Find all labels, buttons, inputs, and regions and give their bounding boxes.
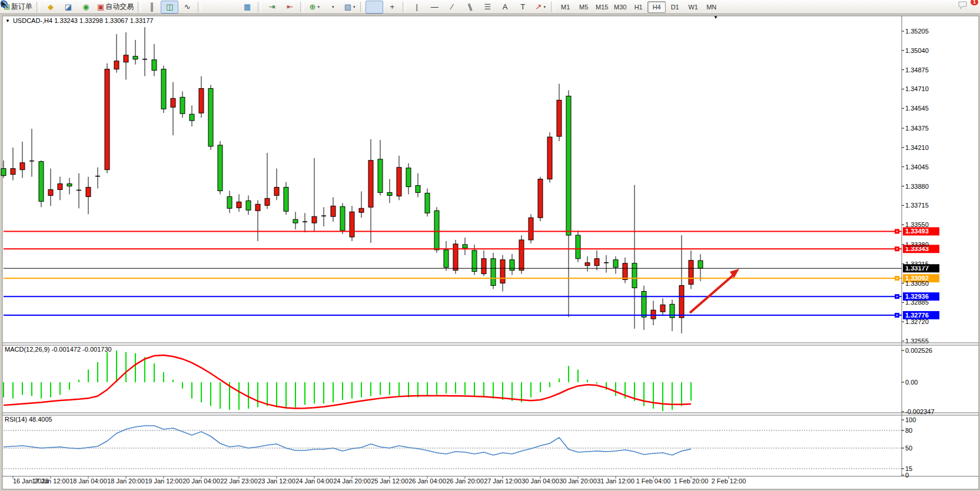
timeframe-m1-button[interactable]: M1 (556, 1, 574, 13)
candle (434, 211, 439, 250)
chevron-down-icon: ▾ (317, 5, 320, 9)
price-axis-label: 1.33550 (905, 221, 929, 228)
candle (463, 245, 467, 248)
timeframe-w1-button[interactable]: W1 (684, 1, 702, 13)
chart-shift-marker[interactable]: ▼ (713, 15, 718, 20)
time-axis-label: 31 Jan 12:00 (597, 477, 634, 485)
candle (86, 187, 91, 196)
tile-windows-icon: ▦ (244, 3, 251, 11)
candle (679, 286, 684, 318)
alerts-button[interactable]: ◉ (77, 1, 95, 14)
indicators-button[interactable]: ⊕▾ (305, 1, 323, 14)
timeframe-m15-button[interactable]: M15 (593, 1, 611, 13)
candle (208, 88, 213, 146)
line-chart-button[interactable]: ∿ (178, 1, 196, 14)
metaeditor-button[interactable]: ◪ (59, 1, 77, 14)
macd-axis-label: -0.002347 (905, 408, 935, 415)
time-axis-label: 18 Jan 04:00 (69, 477, 107, 485)
equidistant-channel-button[interactable]: ∥ (461, 1, 479, 14)
time-axis-label: 1 Feb 20:00 (674, 477, 709, 485)
text-button[interactable]: A (496, 1, 514, 14)
chat-button[interactable]: 1 (958, 1, 975, 14)
zoom-out-button[interactable] (221, 1, 238, 14)
crosshair-button[interactable]: + (383, 1, 401, 14)
price-axis-label: 1.32885 (905, 299, 929, 306)
chevron-down-icon: ▾ (332, 5, 334, 9)
crosshair-icon: + (390, 3, 394, 11)
candle (510, 260, 514, 270)
candle (171, 98, 175, 107)
text-label-button[interactable]: T (514, 1, 531, 14)
cursor-button[interactable] (366, 1, 383, 14)
autotrading-button[interactable]: ▣自动交易 (95, 1, 136, 14)
chart-title: ▼ USDCAD-,H4 1.33243 1.33298 1.33067 1.3… (5, 17, 153, 24)
time-axis-label: 30 Jan 20:00 (559, 477, 597, 485)
rsi-axis-label: 100 (905, 416, 916, 423)
tile-windows-button[interactable]: ▦ (238, 1, 256, 14)
arrows-button[interactable]: ↗▾ (531, 1, 549, 14)
bar-chart-icon: ║ (150, 3, 155, 11)
price-axis-label: 1.32555 (905, 338, 929, 345)
candle (491, 259, 496, 286)
candle (218, 145, 222, 191)
time-axis-label: 24 Jan 20:00 (333, 477, 371, 485)
timeframe-h4-button[interactable]: H4 (647, 1, 666, 13)
zoom-in-button[interactable] (203, 1, 221, 14)
trendline-button[interactable]: ∕ (443, 1, 461, 14)
time-axis-label: 25 Jan 12:00 (371, 477, 408, 485)
templates-button[interactable]: ▧▾ (341, 1, 358, 14)
candle (114, 61, 119, 69)
candle (293, 219, 298, 223)
candle (632, 263, 637, 288)
candle (199, 88, 204, 113)
periods-button[interactable]: ▾ (323, 1, 341, 14)
arrows-icon: ↗ (535, 3, 542, 11)
toolbar-separator (258, 2, 261, 12)
time-axis-label: 19 Jan 12:00 (145, 477, 182, 485)
chart-shift-button[interactable]: ⇤ (281, 1, 298, 14)
search-button[interactable] (935, 1, 953, 14)
timeframe-m5-button[interactable]: M5 (574, 1, 593, 13)
autotrading-icon: ▣ (97, 3, 104, 11)
candle (180, 97, 185, 113)
candle (594, 259, 599, 266)
timeframe-mn-button[interactable]: MN (702, 1, 720, 13)
bar-chart-button[interactable]: ║ (143, 1, 161, 14)
time-axis-label: 20 Jan 04:00 (182, 477, 220, 485)
toolbar: ⊞新订单◆◪◉▣自动交易║◫∿▦⇥⇤⊕▾▾▧▾+|—∕∥☰AT↗▾M1M5M15… (0, 0, 980, 14)
horizontal-line-button[interactable]: — (426, 1, 443, 14)
timeframe-d1-button[interactable]: D1 (666, 1, 684, 13)
candle (152, 60, 157, 71)
time-axis-label: 30 Jan 04:00 (521, 477, 559, 485)
candle (237, 202, 241, 208)
candle (124, 55, 128, 62)
candle (190, 114, 194, 121)
price-axis-label: 1.33380 (905, 241, 929, 248)
chart-title-text: USDCAD-,H4 1.33243 1.33298 1.33067 1.331… (13, 17, 154, 24)
timeframe-h1-button[interactable]: H1 (629, 1, 647, 13)
vertical-line-button[interactable]: | (408, 1, 426, 14)
candlestick-button[interactable]: ◫ (161, 1, 178, 14)
price-axis-label: 1.32720 (905, 318, 929, 325)
macd-label: MACD(12,26,9) -0.001472 -0.001730 (5, 346, 112, 353)
candle (425, 193, 430, 213)
market-watch-button[interactable]: ◆ (42, 1, 59, 14)
auto-scroll-button[interactable]: ⇥ (263, 1, 281, 14)
rsi-axis-label: 0 (905, 472, 909, 479)
toolbar-right: 1 (935, 1, 979, 14)
candle (585, 263, 590, 266)
horizontal-line-icon: — (431, 3, 438, 11)
candlestick-icon: ◫ (166, 3, 173, 11)
timeframe-m30-button[interactable]: M30 (611, 1, 629, 13)
candle (453, 244, 458, 270)
candle (11, 169, 15, 175)
price-axis-label: 1.34875 (905, 66, 929, 74)
candle (312, 216, 317, 223)
candle (529, 218, 533, 240)
price-axis-label: 1.33215 (905, 260, 929, 268)
candle (500, 260, 505, 283)
candle (378, 159, 383, 193)
candle (538, 179, 543, 218)
toolbar-separator (36, 2, 40, 12)
fibonacci-button[interactable]: ☰ (479, 1, 496, 14)
